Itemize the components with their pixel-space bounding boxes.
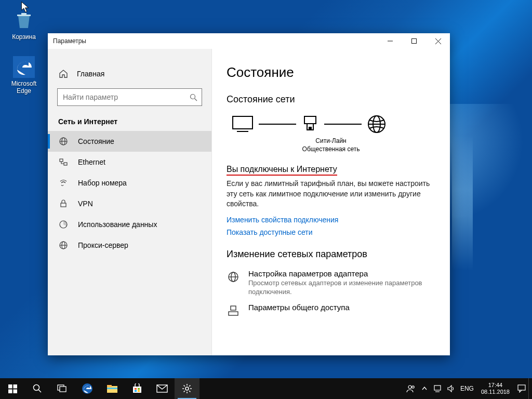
sidebar-item-dialup[interactable]: Набор номера (48, 172, 211, 193)
svg-line-56 (189, 385, 190, 387)
taskbar-mail[interactable] (150, 378, 175, 399)
tray-chevron-icon[interactable] (418, 378, 431, 399)
connector-line (259, 124, 296, 125)
network-diagram (227, 114, 435, 134)
taskbar-settings[interactable] (175, 378, 200, 399)
start-button[interactable] (0, 378, 25, 399)
change-connection-link[interactable]: Изменить свойства подключения (227, 216, 435, 224)
sidebar-item-proxy[interactable]: Прокси-сервер (48, 235, 211, 256)
minimize-button[interactable] (378, 33, 402, 49)
svg-rect-19 (304, 116, 316, 124)
svg-line-6 (195, 98, 197, 101)
language-indicator[interactable]: ENG (458, 378, 476, 399)
clock-date: 08.11.2018 (481, 389, 510, 395)
svg-line-55 (184, 391, 185, 392)
svg-line-35 (38, 390, 41, 392)
svg-rect-45 (135, 390, 137, 392)
svg-rect-30 (8, 384, 12, 389)
svg-rect-37 (60, 387, 66, 392)
network-status-heading: Состояние сети (227, 94, 435, 105)
adapter-options[interactable]: Настройка параметров адаптера Просмотр с… (227, 269, 435, 297)
taskbar-explorer[interactable] (100, 378, 125, 399)
network-tray-icon[interactable] (431, 378, 445, 399)
taskbar: ENG 17:44 08.11.2018 (0, 378, 532, 399)
recycle-bin-icon[interactable]: Корзина (4, 9, 44, 41)
sidebar-section: Сеть и Интернет (48, 117, 211, 131)
svg-rect-61 (518, 385, 525, 390)
edge-icon[interactable]: Microsoft Edge (4, 56, 44, 95)
router-icon (301, 115, 319, 133)
sidebar-item-label: VPN (78, 200, 93, 208)
search-button[interactable] (25, 378, 50, 399)
adapter-title: Настройка параметров адаптера (248, 269, 435, 278)
content-pane: Состояние Состояние сети Сити-Лайн Общес… (212, 49, 450, 355)
svg-rect-44 (138, 388, 140, 390)
svg-line-54 (189, 391, 190, 392)
svg-point-58 (412, 386, 414, 388)
edge-label-1: Microsoft (4, 80, 44, 87)
search-icon (190, 94, 197, 101)
home-link[interactable]: Главная (48, 64, 211, 83)
search-input[interactable] (62, 92, 190, 102)
sidebar: Главная Сеть и Интернет Состояние Ethern… (48, 49, 212, 355)
search-box[interactable] (57, 88, 202, 106)
svg-rect-2 (412, 39, 417, 44)
mouse-cursor (21, 2, 30, 14)
sidebar-item-label: Использование данных (78, 220, 157, 229)
taskbar-store[interactable] (125, 378, 150, 399)
sidebar-item-datausage[interactable]: Использование данных (48, 214, 211, 235)
clock-time: 17:44 (481, 382, 510, 389)
svg-rect-29 (231, 306, 236, 310)
sidebar-item-ethernet[interactable]: Ethernet (48, 152, 211, 172)
taskview-button[interactable] (50, 378, 75, 399)
vpn-icon (58, 198, 69, 209)
svg-rect-11 (64, 163, 67, 165)
svg-rect-12 (61, 203, 66, 207)
svg-rect-10 (60, 159, 63, 162)
maximize-button[interactable] (402, 33, 426, 49)
settings-window: Параметры Главная Сеть (48, 33, 450, 355)
show-desktop-button[interactable] (528, 378, 532, 399)
svg-point-34 (34, 385, 39, 391)
svg-rect-43 (135, 388, 137, 390)
page-title: Состояние (227, 64, 435, 81)
connection-type: Общественная сеть (227, 145, 435, 154)
sidebar-item-label: Ethernet (78, 158, 105, 166)
svg-rect-59 (434, 385, 441, 390)
connected-heading: Вы подключены к Интернету (227, 165, 337, 176)
svg-rect-41 (107, 388, 117, 389)
data-usage-icon (58, 219, 69, 230)
taskbar-edge[interactable] (75, 378, 100, 399)
connected-description: Если у вас лимитный тарифный план, вы мо… (227, 179, 434, 209)
sharing-icon (227, 304, 240, 317)
desktop: Корзина Microsoft Edge Параметры (0, 0, 532, 399)
volume-tray-icon[interactable] (445, 378, 458, 399)
svg-line-53 (184, 385, 185, 387)
show-networks-link[interactable]: Показать доступные сети (227, 228, 435, 236)
dialup-icon (58, 178, 69, 188)
svg-rect-46 (138, 390, 140, 392)
close-button[interactable] (426, 33, 450, 49)
svg-rect-17 (233, 116, 252, 129)
sharing-options[interactable]: Параметры общего доступа (227, 303, 435, 317)
svg-rect-40 (107, 385, 112, 387)
edge-label-2: Edge (4, 87, 44, 95)
change-settings-heading: Изменение сетевых параметров (227, 249, 435, 260)
titlebar[interactable]: Параметры (48, 33, 450, 49)
svg-point-57 (408, 385, 411, 389)
svg-rect-33 (13, 389, 17, 393)
diagram-label: Сити-Лайн Общественная сеть (227, 137, 435, 153)
sidebar-item-vpn[interactable]: VPN (48, 193, 211, 214)
window-title: Параметры (48, 37, 86, 45)
adapter-icon (227, 270, 240, 284)
sidebar-item-status[interactable]: Состояние (48, 131, 211, 152)
action-center-icon[interactable] (515, 378, 528, 399)
home-label: Главная (77, 70, 104, 78)
wallpaper-beam (452, 135, 473, 270)
proxy-icon (58, 240, 69, 250)
clock[interactable]: 17:44 08.11.2018 (476, 382, 515, 395)
svg-rect-42 (133, 387, 141, 393)
people-icon[interactable] (404, 378, 418, 399)
sidebar-item-label: Набор номера (78, 179, 127, 187)
svg-rect-28 (229, 312, 238, 315)
